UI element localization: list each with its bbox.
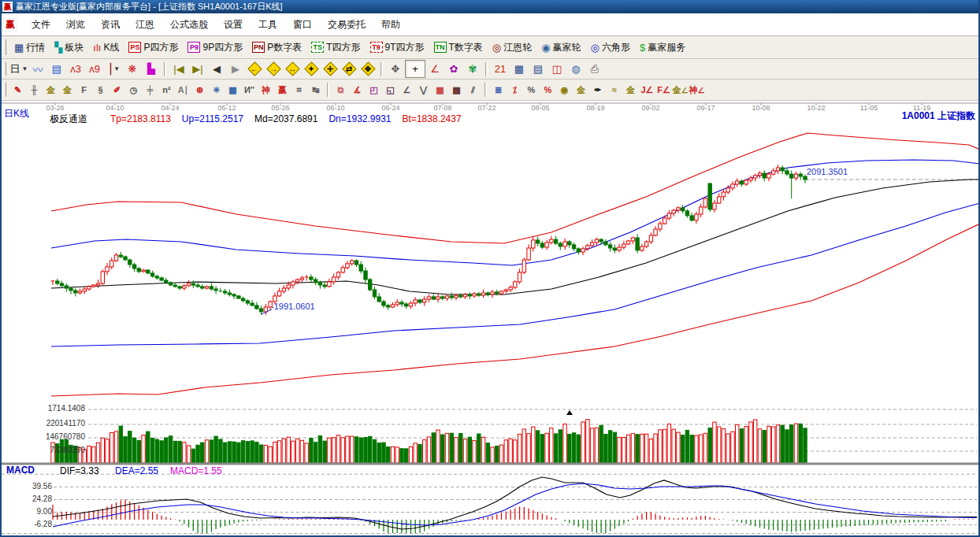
stats-tool[interactable]: ≣ — [490, 82, 507, 98]
title-bar[interactable]: 赢 赢家江恩专业版[赢家内部服务平台] - [上证指数 SH1A0001-167… — [0, 0, 980, 13]
calculator-button[interactable]: ▦ — [510, 61, 529, 77]
pan-tool-button[interactable]: ✥ — [386, 61, 405, 77]
winner-wheel-button[interactable]: ◉赢家轮 — [537, 39, 585, 56]
gold-seal-tool-a[interactable]: 金 — [43, 82, 59, 98]
ruler123-tool[interactable]: ⌗ — [291, 82, 307, 98]
wave-overlay-button[interactable]: 〰 — [28, 61, 47, 77]
wave9-button[interactable]: ʌ9 — [85, 61, 104, 77]
t-table-button[interactable]: TNT数字表 — [430, 39, 487, 56]
price-grid-tool[interactable]: ╫ — [26, 82, 43, 98]
gann-wheel-button[interactable]: ◎江恩轮 — [488, 39, 536, 56]
network-button[interactable]: ◍ — [566, 61, 585, 77]
win-seal-tool[interactable]: 赢 — [274, 82, 291, 98]
chart-area[interactable]: 日K线 极反通道 Tp=2183.8113Up=2115.2517Md=2037… — [0, 101, 980, 537]
menu-item-3[interactable]: 江恩 — [128, 16, 162, 34]
menu-item-1[interactable]: 浏览 — [58, 16, 93, 34]
menu-item-6[interactable]: 工具 — [251, 16, 285, 34]
compress-horizontal-button[interactable]: ✦ — [302, 61, 321, 77]
gann-gridbox-tool[interactable]: ▦ — [225, 82, 241, 98]
9t-square-button[interactable]: T99T四方形 — [366, 39, 429, 56]
menu-item-0[interactable]: 文件 — [24, 16, 58, 34]
price-ruler-tool[interactable]: ╪ — [142, 82, 158, 98]
p-table-button[interactable]: PNP数字表 — [248, 39, 306, 56]
trend-angle-tool[interactable]: ∠ — [399, 82, 415, 98]
hexagon-button[interactable]: ◎六角形 — [587, 39, 634, 56]
gold-wave-tool[interactable]: ≈ — [606, 82, 622, 98]
time-cycle-tool[interactable]: ◷ — [125, 82, 142, 98]
angle-line-tool-button[interactable]: ∠ — [425, 61, 444, 77]
toolbar-grip[interactable] — [2, 62, 6, 76]
t-square-button[interactable]: TST四方形 — [307, 39, 364, 56]
gold-line-tool[interactable]: 金 — [573, 82, 589, 98]
crosshair-tool-button[interactable]: + — [405, 60, 425, 78]
zoom-all-button[interactable]: ✛ — [321, 61, 340, 77]
gann-target-tool[interactable]: ⊕ — [191, 82, 208, 98]
j-angle-tool[interactable]: J∠ — [639, 82, 655, 98]
print-button[interactable]: ⎙ — [585, 61, 604, 77]
pattern-button[interactable]: ❋ — [123, 61, 142, 77]
quote-button[interactable]: ▦行情 — [10, 39, 49, 56]
prev-bar-button[interactable]: ◀ — [207, 61, 226, 77]
spiral-tool-button[interactable]: ✾ — [463, 61, 482, 77]
calendar-button[interactable]: 21 — [491, 61, 510, 77]
next-bar-button[interactable]: ▶ — [226, 61, 245, 77]
wave3-button[interactable]: ʌ3 — [66, 61, 85, 77]
grid-dark-tool[interactable]: ▩ — [448, 82, 465, 98]
gold-angle-tool[interactable]: 金∠ — [672, 82, 689, 98]
fan-lines-tool[interactable]: ∡ — [349, 82, 366, 98]
menu-item-4[interactable]: 公式选股 — [162, 16, 216, 34]
f-angle-tool[interactable]: F∠ — [655, 82, 672, 98]
scroll-left-button[interactable]: ← — [245, 61, 264, 77]
last-bar-button[interactable]: ▶| — [188, 61, 207, 77]
save-button[interactable]: ◫ — [548, 61, 566, 77]
gold-circle-tool[interactable]: ◉ — [556, 82, 573, 98]
kline-button[interactable]: ılıK线 — [89, 39, 123, 56]
grid-red-tool[interactable]: ▦ — [432, 82, 448, 98]
ink-pen-tool[interactable]: ✒ — [589, 82, 606, 98]
shen-angle-tool[interactable]: 神∠ — [689, 82, 705, 98]
gann-star-tool[interactable]: ✳ — [208, 82, 225, 98]
k-notch-tool[interactable]: И″ — [241, 82, 258, 98]
fibonacci-tool[interactable]: F — [76, 82, 92, 98]
info-panel-button[interactable]: ▤ — [47, 61, 66, 77]
fit-all-button[interactable]: ✥ — [358, 61, 377, 77]
shen-tool[interactable]: 神 — [258, 82, 274, 98]
expand-horizontal-button[interactable]: ↔ — [283, 61, 302, 77]
span-measure-tool[interactable]: ↹ — [307, 82, 324, 98]
shift-view-button[interactable]: ⇄ — [340, 61, 358, 77]
fan-box-tool[interactable]: ◰ — [366, 82, 382, 98]
sector-button[interactable]: ▚板块 — [50, 39, 87, 56]
gold-seal-tool-b[interactable]: 金 — [59, 82, 76, 98]
candle-style-dropdown[interactable]: ⎥▼ — [104, 61, 123, 77]
gold-box-tool[interactable]: 金 — [622, 82, 639, 98]
box-select-tool[interactable]: ⧉ — [332, 82, 349, 98]
menu-item-8[interactable]: 交易委托 — [320, 16, 373, 34]
toolbar-grip[interactable] — [2, 83, 6, 97]
scroll-right-button[interactable]: → — [264, 61, 283, 77]
first-bar-button[interactable]: |◀ — [169, 61, 188, 77]
n-square-tool[interactable]: n² — [158, 82, 175, 98]
box-fan-tool[interactable]: ◱ — [382, 82, 399, 98]
brush-tool[interactable]: ✎ — [9, 82, 26, 98]
percent-line-tool[interactable]: % — [540, 82, 556, 98]
parallel-lines-tool[interactable]: ⫽ — [465, 82, 481, 98]
menu-item-9[interactable]: 帮助 — [373, 16, 408, 34]
menu-item-7[interactable]: 窗口 — [285, 16, 320, 34]
winner-service-button[interactable]: $赢家服务 — [636, 39, 689, 56]
v-wave-tool[interactable]: ⋁ — [415, 82, 432, 98]
menu-item-2[interactable]: 资讯 — [93, 16, 128, 34]
gann-shape-tool-button[interactable]: ✿ — [444, 61, 463, 77]
diamond-cross-icon: ✛ — [323, 61, 338, 76]
p-square-button[interactable]: PSP四方形 — [124, 39, 182, 56]
percent-tool[interactable]: % — [523, 82, 540, 98]
notes-button[interactable]: ▤ — [529, 61, 548, 77]
mirror-line-tool[interactable]: A∣ — [175, 82, 191, 98]
volume-profile-button[interactable]: ▙ — [142, 61, 161, 77]
menu-item-5[interactable]: 设置 — [216, 16, 251, 34]
marker-pen-tool[interactable]: ✐ — [109, 82, 125, 98]
kline-style-dropdown[interactable]: 日▼ — [9, 61, 28, 77]
9p-square-button[interactable]: P99P四方形 — [184, 39, 247, 56]
toolbar-grip[interactable] — [2, 39, 6, 55]
percent-zone-tool[interactable]: ⁒ — [507, 82, 523, 98]
spiral5-tool[interactable]: § — [92, 82, 109, 98]
